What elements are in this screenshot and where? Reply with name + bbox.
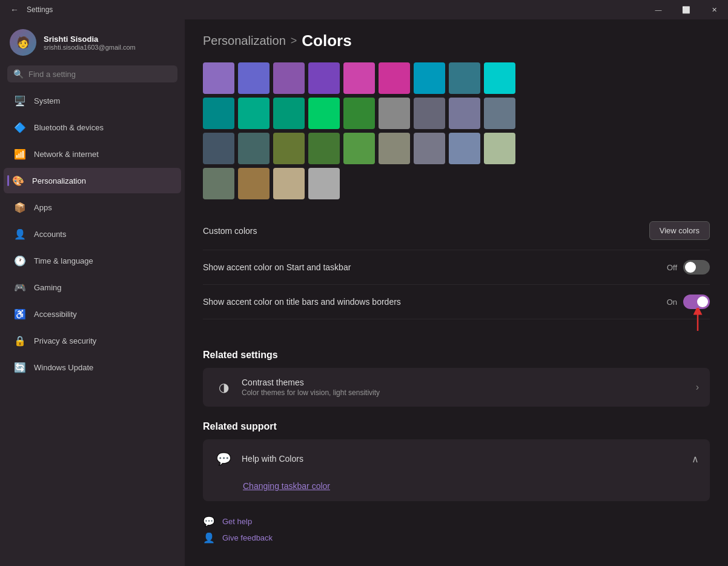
color-swatch[interactable] (203, 133, 234, 164)
toggle-knob (685, 262, 696, 273)
sidebar: 🧑 Srishti Sisodia srishti.sisodia1603@gm… (0, 19, 185, 566)
color-swatch[interactable] (273, 168, 305, 199)
sidebar-item-accounts[interactable]: 👤 Accounts (4, 221, 181, 247)
user-email: srishti.sisodia1603@gmail.com (44, 44, 136, 51)
color-swatch[interactable] (238, 133, 270, 164)
contrast-themes-left: ◑ Contrast themes Color themes for low v… (214, 378, 380, 397)
help-colors-title: Help with Colors (242, 454, 303, 464)
sidebar-item-label: Privacy & security (34, 336, 96, 345)
search-icon: 🔍 (13, 69, 24, 79)
sidebar-item-time[interactable]: 🕐 Time & language (4, 248, 181, 273)
toggle-knob (697, 296, 708, 307)
contrast-themes-title: Contrast themes (242, 378, 380, 387)
color-swatch[interactable] (379, 62, 410, 94)
color-swatch[interactable] (449, 133, 480, 164)
get-help-label: Get help (222, 517, 252, 526)
color-swatch[interactable] (273, 98, 305, 129)
get-help-link[interactable]: 💬 Get help (203, 516, 710, 527)
color-swatch[interactable] (238, 168, 270, 199)
user-section[interactable]: 🧑 Srishti Sisodia srishti.sisodia1603@gm… (0, 19, 185, 63)
sidebar-item-bluetooth[interactable]: 🔷 Bluetooth & devices (4, 115, 181, 140)
sidebar-item-network[interactable]: 📶 Network & internet (4, 141, 181, 167)
red-arrow-annotation (690, 308, 705, 332)
color-swatch[interactable] (273, 133, 305, 164)
back-button[interactable]: ← (7, 2, 22, 17)
contrast-themes-card[interactable]: ◑ Contrast themes Color themes for low v… (203, 368, 710, 407)
color-swatch[interactable] (379, 133, 410, 164)
accent-taskbar-toggle[interactable] (683, 260, 710, 275)
color-swatch[interactable] (308, 168, 340, 199)
color-swatch[interactable] (308, 98, 340, 129)
accent-taskbar-status: Off (667, 263, 677, 272)
color-swatch[interactable] (238, 98, 270, 129)
give-feedback-link[interactable]: 👤 Give feedback (203, 532, 710, 544)
titlebar-left: ← Settings (7, 2, 53, 17)
color-swatch[interactable] (484, 98, 515, 129)
sidebar-item-system[interactable]: 🖥️ System (4, 88, 181, 113)
color-swatch[interactable] (343, 133, 375, 164)
close-button[interactable]: ✕ (700, 0, 728, 19)
sidebar-item-label: Gaming (34, 283, 62, 292)
color-swatch[interactable] (449, 98, 480, 129)
color-swatch[interactable] (379, 98, 410, 129)
time-icon: 🕐 (13, 254, 27, 267)
privacy-icon: 🔒 (13, 334, 27, 347)
sidebar-item-personalization[interactable]: 🎨 Personalization (4, 168, 181, 193)
color-swatch[interactable] (308, 62, 340, 94)
color-swatch[interactable] (414, 133, 445, 164)
sidebar-item-accessibility[interactable]: ♿ Accessibility (4, 301, 181, 327)
breadcrumb-parent[interactable]: Personalization (203, 34, 286, 48)
color-swatch[interactable] (203, 168, 234, 199)
accent-title-label: Show accent color on title bars and wind… (203, 297, 401, 307)
color-swatch[interactable] (343, 62, 375, 94)
changing-taskbar-color-link[interactable]: Changing taskbar color (243, 481, 330, 491)
contrast-themes-icon: ◑ (214, 378, 233, 397)
maximize-button[interactable]: ⬜ (672, 0, 700, 19)
color-swatch[interactable] (484, 62, 515, 94)
titlebar: ← Settings — ⬜ ✕ (0, 0, 728, 19)
sidebar-item-label: Apps (34, 203, 52, 212)
contrast-themes-text: Contrast themes Color themes for low vis… (242, 378, 380, 397)
support-header-left: 💬 Help with Colors (214, 449, 303, 468)
accent-title-toggle[interactable] (683, 295, 710, 309)
color-swatch[interactable] (414, 62, 445, 94)
active-indicator (7, 175, 9, 186)
custom-colors-label: Custom colors (203, 226, 257, 236)
sidebar-item-label: Personalization (32, 176, 86, 185)
help-colors-header[interactable]: 💬 Help with Colors ∧ (203, 439, 710, 478)
color-swatch[interactable] (203, 98, 234, 129)
color-swatch[interactable] (308, 133, 340, 164)
color-swatch[interactable] (414, 98, 445, 129)
accounts-icon: 👤 (13, 227, 27, 241)
avatar: 🧑 (10, 29, 36, 56)
sidebar-item-update[interactable]: 🔄 Windows Update (4, 355, 181, 380)
gaming-icon: 🎮 (13, 281, 27, 294)
sidebar-item-label: Accessibility (34, 310, 77, 319)
search-input[interactable] (28, 70, 171, 79)
breadcrumb: Personalization > Colors (203, 32, 710, 50)
color-swatch[interactable] (273, 62, 305, 94)
color-swatch[interactable] (238, 62, 270, 94)
color-row-2 (203, 98, 710, 129)
bluetooth-icon: 🔷 (13, 121, 27, 134)
sidebar-item-privacy[interactable]: 🔒 Privacy & security (4, 328, 181, 353)
system-icon: 🖥️ (13, 94, 27, 107)
color-swatch[interactable] (484, 133, 515, 164)
collapse-icon: ∧ (692, 453, 699, 465)
user-info: Srishti Sisodia srishti.sisodia1603@gmai… (44, 35, 136, 51)
accent-title-right: On (667, 295, 710, 309)
user-name: Srishti Sisodia (44, 35, 136, 44)
color-swatch[interactable] (343, 98, 375, 129)
color-swatch[interactable] (449, 62, 480, 94)
color-swatch[interactable] (203, 62, 234, 94)
sidebar-item-apps[interactable]: 📦 Apps (4, 195, 181, 220)
bottom-links: 💬 Get help 👤 Give feedback (203, 516, 710, 544)
search-box[interactable]: 🔍 (7, 65, 177, 82)
main-layout: 🧑 Srishti Sisodia srishti.sisodia1603@gm… (0, 19, 728, 566)
sidebar-item-gaming[interactable]: 🎮 Gaming (4, 275, 181, 300)
view-colors-button[interactable]: View colors (649, 221, 710, 240)
contrast-themes-subtitle: Color themes for low vision, light sensi… (242, 388, 380, 397)
minimize-button[interactable]: — (644, 0, 672, 19)
sidebar-item-label: Bluetooth & devices (34, 123, 104, 132)
custom-colors-row: Custom colors View colors (203, 211, 710, 250)
